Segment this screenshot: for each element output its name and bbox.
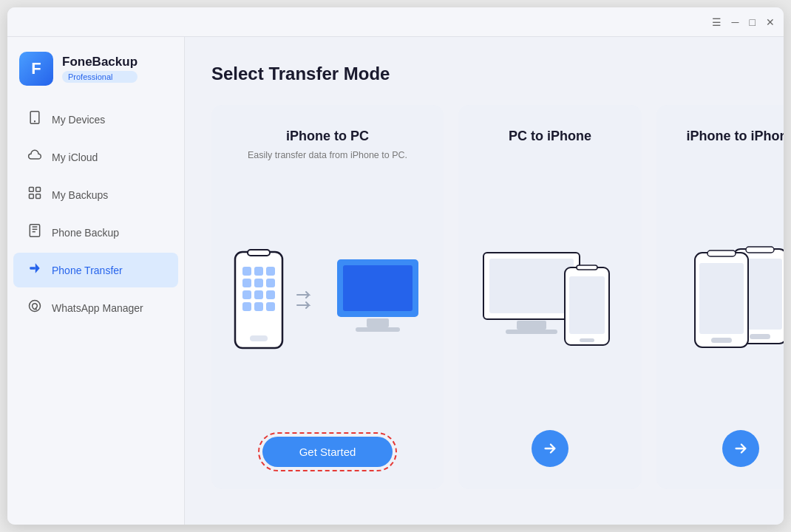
main-content: Select Transfer Mode iPhone to PC Easily…: [185, 37, 784, 525]
svg-rect-20: [242, 290, 251, 299]
svg-rect-40: [746, 247, 774, 253]
device-icon: [27, 110, 43, 129]
app-badge: Professional: [62, 71, 138, 83]
svg-rect-33: [517, 321, 546, 330]
card-pc-to-iphone-illustration: [476, 163, 624, 430]
card-pc-to-iphone-title: PC to iPhone: [509, 129, 591, 144]
svg-rect-21: [254, 290, 263, 299]
svg-rect-19: [266, 279, 275, 287]
svg-rect-10: [30, 267, 35, 269]
app-logo-icon: F: [19, 52, 53, 86]
whatsapp-icon: [27, 299, 43, 317]
svg-rect-5: [36, 194, 41, 199]
title-bar: ☰ ─ □ ✕: [7, 7, 784, 37]
card-iphone-to-pc-desc: Easily transfer data from iPhone to PC.: [248, 150, 407, 163]
close-button[interactable]: ✕: [766, 17, 775, 27]
svg-rect-16: [266, 267, 275, 276]
svg-rect-15: [254, 267, 263, 276]
sidebar-item-phone-transfer[interactable]: Phone Transfer: [13, 253, 178, 287]
card-iphone-to-pc-title: iPhone to PC: [286, 129, 369, 144]
svg-rect-34: [506, 330, 557, 334]
sidebar-item-whatsapp-manager[interactable]: WhatsApp Manager: [13, 290, 178, 325]
card-pc-to-iphone: PC to iPhone: [458, 105, 642, 489]
logo-area: F FoneBackup Professional: [7, 44, 184, 100]
svg-rect-12: [235, 252, 282, 348]
sidebar-item-my-icloud[interactable]: My iCloud: [13, 140, 178, 174]
logo-text: FoneBackup Professional: [62, 55, 138, 83]
transfer-arrows: [296, 289, 322, 311]
svg-rect-22: [266, 290, 275, 299]
pc-to-iphone-svg: [476, 238, 624, 356]
svg-rect-3: [36, 188, 41, 192]
svg-rect-46: [711, 338, 732, 343]
svg-rect-6: [30, 225, 39, 237]
page-title: Select Transfer Mode: [211, 64, 757, 84]
sidebar-label-my-icloud: My iCloud: [52, 151, 98, 163]
card-iphone-to-pc: iPhone to PC Easily transfer data from i…: [211, 105, 444, 489]
card-iphone-to-iphone-title: iPhone to iPhone: [687, 129, 784, 144]
svg-rect-4: [30, 194, 34, 199]
minimize-button[interactable]: ─: [732, 17, 739, 27]
pc-to-iphone-arrow-button[interactable]: [532, 430, 568, 467]
svg-rect-45: [699, 263, 744, 334]
sidebar-label-phone-transfer: Phone Transfer: [52, 265, 123, 276]
sidebar: F FoneBackup Professional My Devices: [7, 37, 185, 525]
card-iphone-to-iphone-illustration: [674, 163, 784, 430]
svg-rect-2: [30, 188, 34, 192]
svg-rect-44: [707, 250, 736, 256]
app-name: FoneBackup: [62, 55, 138, 69]
svg-rect-28: [343, 265, 413, 311]
maximize-button[interactable]: □: [750, 17, 756, 27]
arrow-right-icon-2: [733, 440, 749, 457]
svg-rect-30: [356, 327, 400, 332]
svg-rect-26: [250, 335, 268, 341]
svg-rect-25: [266, 302, 275, 311]
backups-icon: [27, 185, 43, 204]
phone-backup-icon: [27, 223, 43, 242]
card-iphone-to-iphone: iPhone to iPhone: [656, 105, 784, 489]
svg-rect-14: [242, 267, 251, 276]
title-bar-controls: ☰ ─ □ ✕: [712, 17, 775, 27]
iphone-svg: [229, 248, 288, 352]
iphone-to-iphone-svg: [674, 238, 784, 356]
menu-button[interactable]: ☰: [712, 17, 722, 27]
icloud-icon: [27, 148, 43, 166]
svg-rect-37: [569, 276, 605, 334]
transfer-cards-row: iPhone to PC Easily transfer data from i…: [211, 105, 757, 489]
card-iphone-to-pc-illustration: [229, 163, 426, 437]
sidebar-item-my-devices[interactable]: My Devices: [13, 102, 178, 137]
svg-rect-18: [254, 279, 263, 287]
svg-rect-29: [367, 318, 389, 327]
svg-rect-32: [489, 259, 574, 313]
monitor-svg: [330, 252, 426, 348]
iphone-to-iphone-arrow-button[interactable]: [722, 430, 759, 467]
svg-rect-38: [580, 338, 594, 342]
arrow-right-icon: [542, 440, 558, 457]
app-window: ☰ ─ □ ✕ F FoneBackup Professional: [7, 7, 784, 525]
sidebar-label-my-backups: My Backups: [52, 189, 108, 201]
svg-rect-23: [242, 302, 251, 311]
svg-rect-42: [750, 334, 770, 339]
phone-transfer-icon: [27, 261, 43, 279]
sidebar-label-phone-backup: Phone Backup: [52, 227, 119, 239]
svg-rect-24: [254, 302, 263, 311]
sidebar-label-whatsapp-manager: WhatsApp Manager: [52, 302, 143, 314]
sidebar-item-phone-backup[interactable]: Phone Backup: [13, 215, 178, 250]
svg-rect-36: [577, 265, 597, 270]
get-started-button[interactable]: Get Started: [262, 437, 393, 467]
svg-point-11: [30, 301, 41, 312]
sidebar-item-my-backups[interactable]: My Backups: [13, 177, 178, 212]
svg-rect-13: [248, 250, 270, 256]
sidebar-label-my-devices: My Devices: [52, 114, 105, 126]
app-body: F FoneBackup Professional My Devices: [7, 37, 784, 525]
svg-rect-17: [242, 279, 251, 287]
